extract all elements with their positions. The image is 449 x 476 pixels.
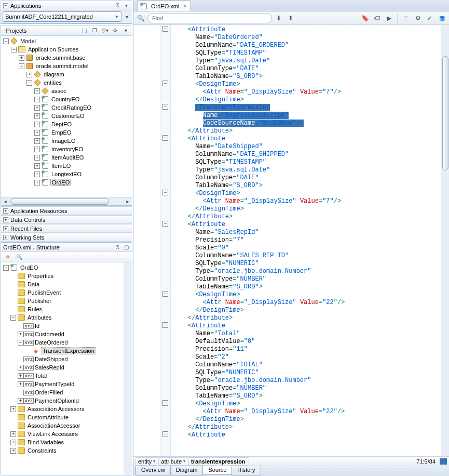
tree-item[interactable]: +OrdEO	[2, 178, 132, 187]
tree-item[interactable]: +CustomerEO	[2, 112, 132, 120]
editor-view-tab[interactable]: Diagram	[170, 466, 203, 475]
expand-toggle[interactable]: +	[34, 171, 40, 177]
search-icon[interactable]: 🔍	[135, 13, 146, 23]
freeze-icon[interactable]: ❄	[3, 253, 12, 261]
code-line[interactable]: ColumnName="DATE_SHIPPED"	[173, 151, 441, 158]
code-line[interactable]: </Attribute>	[173, 213, 441, 221]
expand-toggle[interactable]: +	[34, 147, 40, 152]
fold-toggle[interactable]: −	[162, 221, 168, 227]
bookmark-next-icon[interactable]: ▶	[384, 13, 394, 23]
code-editor[interactable]: −−−−−−−−−− <Attribute Name="DateOrdered"…	[133, 25, 449, 456]
code-line[interactable]: Scale="0"	[173, 244, 441, 252]
tree-item[interactable]: +XYZSalesRepId	[2, 363, 124, 372]
code-line[interactable]: Name="ExpressionScript"	[173, 112, 441, 120]
pin-icon[interactable]: ⊼	[114, 2, 121, 9]
panel-menu-icon[interactable]: ▾	[123, 2, 130, 9]
fold-toggle[interactable]: −	[162, 81, 168, 86]
expand-toggle[interactable]: +	[34, 180, 40, 186]
code-line[interactable]: Name="Total"	[173, 330, 441, 338]
code-line[interactable]: <Attr Name="_DisplaySize" Value="22"/>	[173, 299, 441, 307]
expand-toggle[interactable]: +	[10, 431, 16, 437]
tree-item[interactable]: +XYZPaymentTypeId	[2, 380, 124, 388]
code-line[interactable]: ColumnType="NUMBER"	[173, 275, 441, 283]
expand-toggle[interactable]: −	[3, 38, 9, 44]
expand-toggle[interactable]: −	[26, 80, 32, 86]
tree-item[interactable]: Publisher	[2, 297, 124, 305]
code-line[interactable]: TableName="S_ORD">	[173, 283, 441, 291]
code-line[interactable]: Precision="7"	[173, 236, 441, 244]
collapsed-panel[interactable]: +Working Sets	[1, 233, 132, 242]
expand-toggle[interactable]: +	[18, 381, 23, 387]
fold-toggle[interactable]: −	[162, 26, 168, 32]
tree-item[interactable]: +Constraints	[2, 446, 124, 455]
refresh-icon[interactable]: ⟳	[111, 27, 120, 35]
expand-toggle[interactable]: −	[11, 47, 17, 52]
expand-toggle[interactable]	[10, 273, 16, 279]
expand-toggle[interactable]	[10, 282, 16, 287]
code-line[interactable]: Scale="2"	[173, 353, 441, 361]
expand-toggle[interactable]: +	[3, 226, 8, 231]
bookmark-icon[interactable]: 🔖	[360, 13, 370, 23]
code-line[interactable]: ColumnName="TOTAL"	[173, 361, 441, 369]
file-tab-ordeo[interactable]: OrdEO.xml ×	[138, 1, 191, 11]
code-line[interactable]: Type="java.sql.Date"	[173, 166, 441, 174]
tree-item[interactable]: +DeptEO	[2, 120, 132, 128]
code-line[interactable]: </Attribute>	[173, 127, 441, 135]
collapse-toggle[interactable]: −	[3, 3, 8, 8]
code-line[interactable]: Precision="11"	[173, 346, 441, 353]
expand-toggle[interactable]: +	[10, 448, 16, 454]
expand-toggle[interactable]: +	[34, 105, 40, 111]
editor-view-tab[interactable]: Overview	[135, 466, 171, 475]
tree-item[interactable]: −Attributes	[2, 313, 124, 322]
code-line[interactable]: </DesignTime>	[173, 416, 441, 424]
pin-icon[interactable]: ⊼	[114, 244, 121, 251]
structure-tree[interactable]: −OrdEOPropertiesDataPublishEventPublishe…	[1, 262, 124, 475]
code-line[interactable]: CodeSourceName="OrdEORow"/>	[173, 120, 441, 127]
find-icon[interactable]: 🔍	[15, 253, 24, 261]
breadcrumb-item[interactable]: entity▾	[135, 457, 159, 466]
vertical-scrollbar[interactable]	[124, 262, 132, 475]
expand-toggle[interactable]: +	[34, 130, 40, 136]
code-line[interactable]: <Attribute	[173, 322, 441, 330]
code-line[interactable]: Name="SalesRepId"	[173, 229, 441, 236]
expand-toggle[interactable]: +	[10, 406, 16, 412]
collapsed-panel[interactable]: +Application Resources	[1, 206, 132, 215]
editor-vertical-scrollbar[interactable]	[441, 25, 449, 456]
code-line[interactable]: <Attr Name="_DisplaySize" Value="7"/>	[173, 197, 441, 205]
app-menu-button[interactable]: ▾	[123, 13, 130, 20]
indent-icon[interactable]: ≣	[401, 13, 411, 23]
code-line[interactable]: TableName="S_ORD">	[173, 73, 441, 81]
class-view-icon[interactable]: ⬚	[79, 27, 89, 35]
scroll-thumb[interactable]	[10, 199, 109, 205]
expand-toggle[interactable]: +	[3, 235, 8, 240]
code-line[interactable]: </Attribute>	[173, 314, 441, 322]
tree-item[interactable]: +InventoryEO	[2, 145, 132, 153]
code-area[interactable]: <Attribute Name="DateOrdered" ColumnName…	[171, 25, 441, 456]
panel-menu-icon[interactable]: ▢	[123, 244, 130, 251]
tree-item[interactable]: +XYZPaymentOptionId	[2, 396, 124, 405]
tree-item[interactable]: +diagram	[2, 70, 132, 78]
tree-item[interactable]: XYZOrderFilled	[2, 388, 124, 396]
expand-toggle[interactable]: +	[18, 365, 23, 371]
expand-toggle[interactable]: +	[18, 373, 23, 379]
expand-toggle[interactable]: −	[18, 340, 23, 346]
code-line[interactable]: <Attribute	[173, 431, 441, 439]
expand-toggle[interactable]: −	[10, 315, 16, 321]
expand-toggle[interactable]	[18, 390, 23, 395]
code-line[interactable]: </Attribute>	[173, 424, 441, 431]
tree-item[interactable]: +XYZTotal	[2, 372, 124, 380]
horizontal-scrollbar[interactable]: ◄ ►	[1, 197, 132, 205]
expand-toggle[interactable]: +	[18, 398, 23, 404]
expand-toggle[interactable]: +	[34, 122, 40, 127]
tree-item[interactable]: +XYZCustomerId	[2, 330, 124, 338]
fold-toggle[interactable]: −	[162, 431, 168, 437]
scroll-right-arrow[interactable]: ►	[124, 197, 132, 206]
code-line[interactable]: SQLType="TIMESTAMP"	[173, 158, 441, 166]
tree-item[interactable]: −Model	[2, 37, 132, 45]
collapsed-panel[interactable]: +Recent Files	[1, 224, 132, 233]
expand-toggle[interactable]: +	[34, 97, 40, 102]
expand-toggle[interactable]	[10, 290, 16, 296]
projects-tree[interactable]: −Model−Application Sources+oracle.summit…	[1, 36, 132, 197]
editor-view-tab[interactable]: History	[232, 466, 261, 475]
tree-item[interactable]: +CountryEO	[2, 95, 132, 103]
